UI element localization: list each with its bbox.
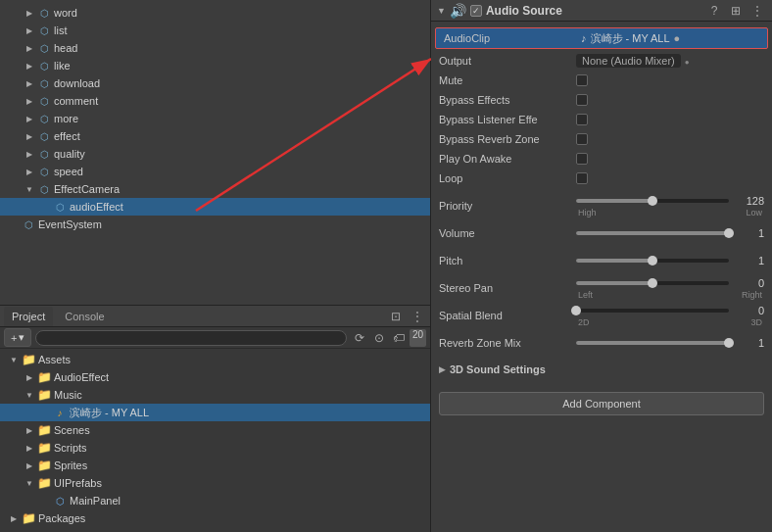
tree-arrow-effect[interactable]	[24, 130, 35, 142]
prop-label-bypass_listener: Bypass Listener Effe	[439, 114, 576, 125]
file-label-packages: Packages	[38, 512, 85, 524]
tab-console[interactable]: Console	[57, 307, 112, 326]
tree-arrow-comment[interactable]	[24, 95, 35, 107]
hierarchy-item-effectcamera[interactable]: EffectCamera	[0, 180, 430, 198]
slider-label-priority: Priority	[439, 200, 576, 212]
file-item-music_folder[interactable]: 📁Music	[0, 386, 430, 404]
slider-track-priority[interactable]	[576, 199, 729, 203]
slider-thumb-reverb_zone[interactable]	[724, 338, 734, 348]
file-label-sprites: Sprites	[54, 459, 87, 471]
hierarchy-item-quality[interactable]: quality	[0, 145, 430, 163]
hierarchy-label-effectcamera: EffectCamera	[54, 183, 120, 195]
hierarchy-item-head[interactable]: head	[0, 39, 430, 57]
slider-thumb-stereo_pan[interactable]	[648, 278, 657, 288]
search-input[interactable]	[35, 330, 346, 346]
hierarchy-item-comment[interactable]: comment	[0, 92, 430, 110]
tree-arrow-more[interactable]	[24, 113, 35, 124]
slider-value-priority: 128	[733, 195, 764, 207]
hierarchy-item-more[interactable]: more	[0, 110, 430, 127]
file-item-music_file[interactable]: ▶滨崎步 - MY ALL	[0, 404, 430, 421]
cube-icon-comment	[37, 94, 51, 108]
slider-thumb-pitch[interactable]	[648, 256, 657, 266]
enabled-checkbox[interactable]	[470, 5, 482, 17]
audioclip-value[interactable]: ♪ 滨崎步 - MY ALL	[581, 31, 670, 46]
file-item-assets[interactable]: 📁Assets	[0, 351, 430, 368]
prop-row-bypass_reverb: Bypass Reverb Zone	[431, 129, 772, 149]
file-item-packages[interactable]: 📁Packages	[0, 509, 430, 527]
lock-icon[interactable]: ⊡	[387, 308, 405, 325]
file-item-scenes[interactable]: 📁Scenes	[0, 421, 430, 439]
cube-icon-word	[37, 6, 51, 20]
select-icon-output[interactable]	[685, 55, 690, 67]
tree-arrow-word[interactable]	[24, 7, 35, 19]
menu-icon[interactable]: ⋮	[409, 308, 426, 325]
slider-label-spatial_blend: Spatial Blend	[439, 310, 576, 321]
slider-thumb-volume[interactable]	[724, 228, 734, 238]
add-component-button[interactable]: Add Component	[439, 392, 764, 415]
slider-row-spatial_blend: Spatial Blend02D3D	[431, 304, 772, 327]
collapse-arrow[interactable]: ▼	[437, 6, 446, 16]
tree-arrow-effectcamera[interactable]	[24, 183, 35, 195]
cube-icon-eventsystem	[22, 218, 35, 231]
checkbox-bypass_effects[interactable]	[576, 94, 588, 106]
tab-project[interactable]: Project	[4, 307, 53, 326]
hierarchy-item-eventsystem[interactable]: EventSystem	[0, 216, 430, 233]
tree-arrow-head[interactable]	[24, 42, 35, 54]
checkbox-loop[interactable]	[576, 172, 588, 184]
hierarchy-label-like: like	[54, 60, 71, 72]
tab-bar: Project Console ⊡ ⋮	[0, 306, 430, 327]
prop-row-mute: Mute	[431, 71, 772, 90]
slider-track-reverb_zone[interactable]	[576, 341, 729, 345]
hierarchy-item-audioeffect[interactable]: audioEffect	[0, 198, 430, 216]
slider-sublabel-left-priority: High	[578, 208, 597, 218]
slider-track-volume[interactable]	[576, 231, 729, 235]
tree-arrow-quality[interactable]	[24, 148, 35, 160]
file-item-mainpanel[interactable]: ▶⬡MainPanel	[0, 492, 430, 509]
hierarchy-item-like[interactable]: like	[0, 57, 430, 74]
help-icon[interactable]: ?	[705, 2, 723, 20]
inspector-content: AudioClip ♪ 滨崎步 - MY ALL ● OutputNone (A…	[431, 22, 772, 427]
tree-arrow-speed[interactable]	[24, 166, 35, 177]
cube-icon-effect	[37, 129, 51, 143]
prop-label-loop: Loop	[439, 172, 576, 184]
hierarchy-scroll[interactable]: wordlistheadlikedownloadcommentmoreeffec…	[0, 4, 430, 233]
checkbox-bypass_reverb[interactable]	[576, 133, 588, 145]
audioclip-select-icon[interactable]: ●	[674, 32, 681, 44]
slider-thumb-spatial_blend[interactable]	[571, 306, 581, 315]
tree-arrow-like[interactable]	[24, 60, 35, 72]
checkbox-play_on_awake[interactable]	[576, 153, 588, 165]
slider-thumb-priority[interactable]	[648, 196, 657, 206]
add-button[interactable]: + ▾	[4, 328, 31, 347]
filter-icon[interactable]: ⊙	[370, 329, 388, 347]
cube-icon-download	[37, 76, 51, 90]
tree-arrow-download[interactable]	[24, 77, 35, 89]
checkbox-bypass_listener[interactable]	[576, 114, 588, 125]
folder-icon-packages: 📁	[22, 511, 35, 525]
slider-track-pitch[interactable]	[576, 259, 729, 263]
project-tab-label: Project	[12, 311, 45, 322]
refresh-icon[interactable]: ⟳	[351, 329, 368, 347]
slider-track-stereo_pan[interactable]	[576, 281, 729, 285]
label-icon[interactable]: 🏷	[390, 329, 408, 347]
file-item-uiprefabs[interactable]: 📁UIPrefabs	[0, 474, 430, 492]
hierarchy-item-download[interactable]: download	[0, 74, 430, 92]
file-item-sprites[interactable]: 📁Sprites	[0, 457, 430, 474]
hierarchy-item-word[interactable]: word	[0, 4, 430, 22]
hierarchy-item-list[interactable]: list	[0, 22, 430, 39]
prop-row-bypass_effects: Bypass Effects	[431, 90, 772, 110]
hierarchy-item-speed[interactable]: speed	[0, 163, 430, 180]
presets-icon[interactable]: ⊞	[727, 2, 745, 20]
folder-icon-sprites: 📁	[37, 459, 51, 472]
slider-track-spatial_blend[interactable]	[576, 309, 729, 313]
hierarchy-item-effect[interactable]: effect	[0, 127, 430, 145]
file-item-scripts[interactable]: 📁Scripts	[0, 439, 430, 457]
3d-sound-settings-header[interactable]: ▶ 3D Sound Settings	[431, 359, 772, 380]
file-label-music_file: 滨崎步 - MY ALL	[70, 406, 149, 420]
file-item-audioeffect_folder[interactable]: 📁AudioEffect	[0, 368, 430, 386]
tree-arrow-list[interactable]	[24, 24, 35, 36]
file-tree[interactable]: 📁Assets📁AudioEffect📁Music▶滨崎步 - MY ALL📁S…	[0, 349, 430, 532]
hierarchy-label-comment: comment	[54, 95, 98, 107]
prop-value-output[interactable]: None (Audio Mixer)	[576, 54, 681, 68]
more-options-icon[interactable]: ⋮	[748, 2, 766, 20]
checkbox-mute[interactable]	[576, 74, 588, 86]
